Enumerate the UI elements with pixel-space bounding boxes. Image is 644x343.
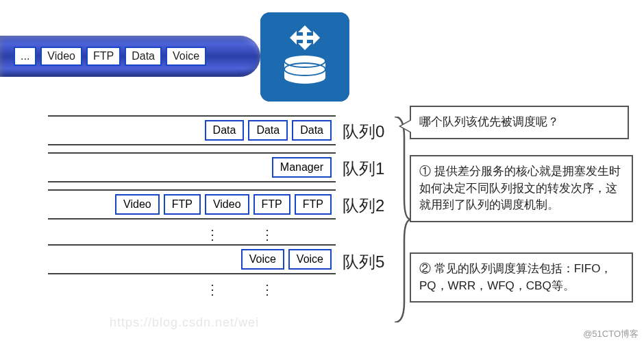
packet: Video [40,47,82,66]
queue-cell: Voice [288,249,332,270]
router-icon [260,12,349,102]
queue-cell: Video [205,194,249,215]
packet: ... [14,47,36,66]
queue-cell: Data [205,120,245,141]
queue-label: 队列5 [343,251,384,273]
note-question: 哪个队列该优先被调度呢？ [410,106,629,139]
brace-icon [392,117,411,322]
queue-cell: FTP [164,194,201,215]
queue-label: 队列0 [343,121,384,143]
watermark: https://blog.csdn.net/wei [110,316,259,330]
queue-row: Video FTP Video FTP FTP [48,189,336,220]
svg-rect-5 [294,36,316,40]
note-text: ① 提供差分服务的核心就是拥塞发生时如何决定不同队列报文的转发次序，这就用到了队… [419,165,621,211]
packet: Data [125,47,162,66]
ellipsis-row: ⋮⋮ [48,281,336,295]
queue-row: Voice Voice [48,244,336,274]
queue-cell: Manager [272,157,332,178]
queue-cell: FTP [295,194,332,215]
queue-cell: Video [115,194,160,215]
packet: Voice [166,47,206,66]
ellipsis-row: ⋮⋮ [48,226,336,240]
queue-label: 队列2 [343,195,384,217]
queue-cell: Voice [241,249,284,270]
queue-label: 队列1 [343,158,384,180]
note-text: ② 常见的队列调度算法包括：FIFO，PQ，WRR，WFQ，CBQ等。 [419,262,612,292]
queues-area: Data Data Data Manager Video FTP Video F… [48,115,336,299]
queue-row: Data Data Data [48,115,336,145]
queue-cell: Data [292,120,332,141]
note-explain-2: ② 常见的队列调度算法包括：FIFO，PQ，WRR，WFQ，CBQ等。 [410,252,633,303]
queue-cell: FTP [253,194,290,215]
incoming-pipe: ... Video FTP Data Voice [0,36,260,77]
queue-cell: Data [248,120,288,141]
note-text: 哪个队列该优先被调度呢？ [419,115,559,128]
packet: FTP [86,47,121,66]
note-explain-1: ① 提供差分服务的核心就是拥塞发生时如何决定不同队列报文的转发次序，这就用到了队… [410,155,633,222]
queue-row: Manager [48,152,336,182]
credit: @51CTO博客 [583,328,639,340]
